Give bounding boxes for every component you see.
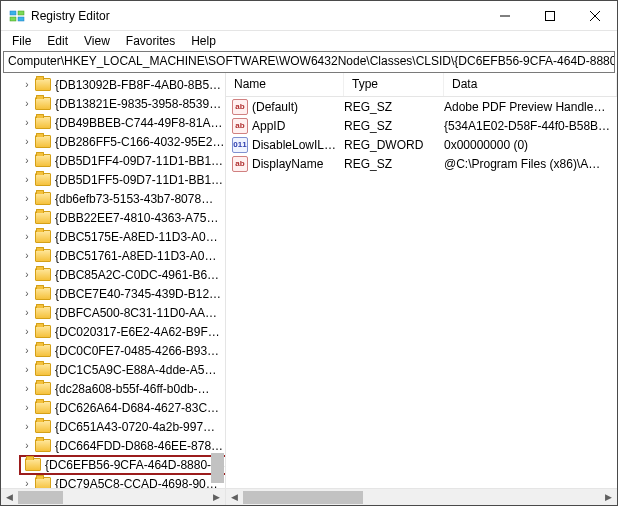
- tree-item[interactable]: ›{DB13821E-9835-3958-8539…: [1, 94, 225, 113]
- tree-item-label: {DC0C0FE7-0485-4266-B93…: [55, 344, 219, 358]
- svg-rect-5: [545, 11, 554, 20]
- tree-item[interactable]: ›{DC1C5A9C-E88A-4dde-A5…: [1, 360, 225, 379]
- tree-item[interactable]: ›{DBC85A2C-C0DC-4961-B6…: [1, 265, 225, 284]
- chevron-right-icon: ›: [21, 269, 33, 280]
- folder-icon: [35, 154, 51, 167]
- value-list[interactable]: ab(Default)REG_SZAdobe PDF Preview Handl…: [226, 97, 617, 488]
- folder-icon: [35, 306, 51, 319]
- folder-icon: [35, 382, 51, 395]
- tree-item-label: {DBC51761-A8ED-11D3-A0…: [55, 249, 216, 263]
- titlebar: Registry Editor: [1, 1, 617, 31]
- tree-item-label: {DB49BBEB-C744-49F8-81A…: [55, 116, 222, 130]
- tree-item[interactable]: ›{DC651A43-0720-4a2b-997…: [1, 417, 225, 436]
- folder-icon: [35, 325, 51, 338]
- window-controls: [482, 1, 617, 30]
- tree-item[interactable]: ›{DC020317-E6E2-4A62-B9F…: [1, 322, 225, 341]
- tree-item[interactable]: ›{DB49BBEB-C744-49F8-81A…: [1, 113, 225, 132]
- chevron-right-icon: ›: [21, 79, 33, 90]
- string-value-icon: ab: [232, 156, 248, 172]
- column-data[interactable]: Data: [444, 73, 617, 96]
- tree-item[interactable]: ›{db6efb73-5153-43b7-8078…: [1, 189, 225, 208]
- value-type: REG_DWORD: [344, 138, 444, 152]
- tree-item[interactable]: ›{DBC5175E-A8ED-11D3-A0…: [1, 227, 225, 246]
- tree-scrollbar-thumb[interactable]: [211, 453, 224, 483]
- value-row[interactable]: 011DisableLowILPro…REG_DWORD0x00000000 (…: [226, 135, 617, 154]
- folder-icon: [35, 363, 51, 376]
- tree-hscroll[interactable]: ◀ ▶: [1, 488, 225, 505]
- value-row[interactable]: ab(Default)REG_SZAdobe PDF Preview Handl…: [226, 97, 617, 116]
- value-data: Adobe PDF Preview Handle…: [444, 100, 617, 114]
- value-type: REG_SZ: [344, 100, 444, 114]
- tree-item[interactable]: ›{DC79A5C8-CCAD-4698-90…: [1, 474, 225, 488]
- close-button[interactable]: [572, 1, 617, 30]
- tree-hscroll-thumb[interactable]: [18, 491, 63, 504]
- tree-item[interactable]: ›{DB5D1FF4-09D7-11D1-BB1…: [1, 151, 225, 170]
- tree-item-label: {DBFCA500-8C31-11D0-AA…: [55, 306, 217, 320]
- chevron-right-icon: ›: [21, 212, 33, 223]
- value-data: @C:\Program Files (x86)\A…: [444, 157, 617, 171]
- chevron-right-icon: ›: [21, 421, 33, 432]
- svg-rect-3: [18, 17, 24, 21]
- tree-item[interactable]: ›{DBB22EE7-4810-4363-A75…: [1, 208, 225, 227]
- folder-icon: [35, 287, 51, 300]
- tree-item-label: {DC664FDD-D868-46EE-878…: [55, 439, 223, 453]
- chevron-right-icon: ›: [21, 231, 33, 242]
- folder-icon: [35, 173, 51, 186]
- tree-item[interactable]: ›{DB5D1FF5-09D7-11D1-BB1…: [1, 170, 225, 189]
- tree-item[interactable]: ›{dc28a608-b55f-46ff-b0db-…: [1, 379, 225, 398]
- tree-item[interactable]: ›{DBC51761-A8ED-11D3-A0…: [1, 246, 225, 265]
- minimize-button[interactable]: [482, 1, 527, 30]
- folder-icon: [35, 420, 51, 433]
- tree-item-label: {DC020317-E6E2-4A62-B9F…: [55, 325, 220, 339]
- tree-item-label: {DC1C5A9C-E88A-4dde-A5…: [55, 363, 216, 377]
- regedit-icon: [9, 8, 25, 24]
- chevron-right-icon: ›: [21, 288, 33, 299]
- column-type[interactable]: Type: [344, 73, 444, 96]
- value-row[interactable]: abDisplayNameREG_SZ@C:\Program Files (x8…: [226, 154, 617, 173]
- menu-view[interactable]: View: [77, 32, 117, 50]
- scroll-left-icon[interactable]: ◀: [1, 489, 18, 506]
- folder-icon: [25, 458, 41, 471]
- column-name[interactable]: Name: [226, 73, 344, 96]
- tree-item[interactable]: ›{DC626A64-D684-4627-83C…: [1, 398, 225, 417]
- tree-item[interactable]: ›{DB13092B-FB8F-4AB0-8B5…: [1, 75, 225, 94]
- folder-icon: [35, 192, 51, 205]
- tree-item-label: {DC626A64-D684-4627-83C…: [55, 401, 219, 415]
- value-list-pane: Name Type Data ab(Default)REG_SZAdobe PD…: [226, 73, 617, 505]
- value-data: {534A1E02-D58F-44f0-B58B…: [444, 119, 617, 133]
- menubar: File Edit View Favorites Help: [1, 31, 617, 51]
- tree-item[interactable]: ›{DBCE7E40-7345-439D-B12…: [1, 284, 225, 303]
- folder-icon: [35, 116, 51, 129]
- list-hscroll-thumb[interactable]: [243, 491, 363, 504]
- tree-item-label: {DB13821E-9835-3958-8539…: [55, 97, 221, 111]
- address-bar[interactable]: Computer\HKEY_LOCAL_MACHINE\SOFTWARE\WOW…: [3, 51, 615, 73]
- scroll-right-icon[interactable]: ▶: [208, 489, 225, 506]
- menu-help[interactable]: Help: [184, 32, 223, 50]
- scroll-right-icon[interactable]: ▶: [600, 489, 617, 506]
- chevron-right-icon: ›: [21, 307, 33, 318]
- tree-item[interactable]: ›{DB286FF5-C166-4032-95E2…: [1, 132, 225, 151]
- tree-item[interactable]: ›{DC0C0FE7-0485-4266-B93…: [1, 341, 225, 360]
- chevron-right-icon: ›: [21, 136, 33, 147]
- menu-edit[interactable]: Edit: [40, 32, 75, 50]
- value-list-header: Name Type Data: [226, 73, 617, 97]
- tree-item[interactable]: ›{DC664FDD-D868-46EE-878…: [1, 436, 225, 455]
- tree-item[interactable]: ›{DBFCA500-8C31-11D0-AA…: [1, 303, 225, 322]
- tree-item-label: {DBC5175E-A8ED-11D3-A0…: [55, 230, 218, 244]
- tree-item-label: {DB5D1FF5-09D7-11D1-BB1…: [55, 173, 223, 187]
- tree-item[interactable]: {DC6EFB56-9CFA-464D-8880-44885D7DC193}: [1, 455, 225, 474]
- string-value-icon: ab: [232, 118, 248, 134]
- tree-item-label: {DC651A43-0720-4a2b-997…: [55, 420, 215, 434]
- value-type: REG_SZ: [344, 119, 444, 133]
- list-hscroll[interactable]: ◀ ▶: [226, 488, 617, 505]
- maximize-button[interactable]: [527, 1, 572, 30]
- menu-file[interactable]: File: [5, 32, 38, 50]
- chevron-right-icon: ›: [21, 345, 33, 356]
- menu-favorites[interactable]: Favorites: [119, 32, 182, 50]
- scroll-left-icon[interactable]: ◀: [226, 489, 243, 506]
- folder-icon: [35, 344, 51, 357]
- svg-rect-2: [10, 17, 16, 21]
- chevron-right-icon: ›: [21, 193, 33, 204]
- registry-tree[interactable]: ›{DB13092B-FB8F-4AB0-8B5…›{DB13821E-9835…: [1, 73, 225, 488]
- value-row[interactable]: abAppIDREG_SZ{534A1E02-D58F-44f0-B58B…: [226, 116, 617, 135]
